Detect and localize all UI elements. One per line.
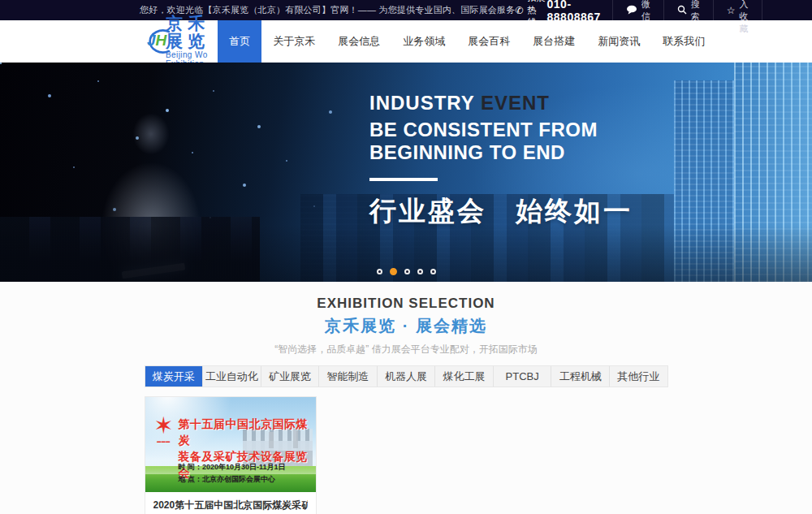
banner-heading-line2: BEGINNING TO END [369,141,633,164]
poster-venue: 地 点：北京亦创国际会展中心 [179,473,286,486]
carousel-dot-2-active[interactable] [390,268,397,275]
logo-monogram-j: J [147,32,156,49]
phone-icon: ✆ [515,5,523,16]
banner-kicker: INDUSTRY EVENT [369,92,633,114]
nav-item-wiki[interactable]: 展会百科 [456,20,521,63]
search-link[interactable]: 搜索 [663,0,713,20]
nav-item-home[interactable]: 首页 [218,20,261,63]
wechat-label: 微信 [641,0,650,23]
topbar-links: ✆ 招展热线： 010-88808867 微信 搜索 [515,0,762,20]
exhibition-poster-image: ✶ ▬▬▬ 第十五届中国北京国际煤炭 装备及采矿技术设备展览会 时 间：2020… [145,397,316,492]
carousel-dot-5[interactable] [430,269,436,274]
network-dots-decor [0,63,2,64]
hero-banner[interactable]: INDUSTRY EVENT BE CONSISTENT FROM BEGINN… [0,63,812,282]
main-nav: 首页 关于京禾 展会信息 业务领域 展会百科 展台搭建 新闻资讯 联系我们 [218,20,716,63]
nav-item-exhibition-info[interactable]: 展会信息 [326,20,391,63]
poster-meta: 时 间：2020年10月30日-11月1日 地 点：北京亦创国际会展中心 [179,461,286,486]
nav-item-booth[interactable]: 展台搭建 [521,20,586,63]
tab-mining-exhibition[interactable]: 矿业展览 [261,366,320,387]
card-body: 2020第十五届中国北京国际煤炭采矿技术设... 展出地点：北京亦创国际会展中心… [145,492,316,514]
organizer-star-icon: ✶ [151,413,177,438]
favorite-link[interactable]: ☆ 加入收藏 [713,0,762,20]
tab-ptcbj[interactable]: PTCBJ [494,366,552,387]
section-title-cn: 京禾展览 · 展会精选 [0,315,812,337]
exhibition-card[interactable]: ✶ ▬▬▬ 第十五届中国北京国际煤炭 装备及采矿技术设备展览会 时 间：2020… [145,396,317,514]
tab-coal-chemical[interactable]: 煤化工展 [435,366,494,387]
topbar: 您好，欢迎光临【京禾展览（北京）有限公司】官网！—— 为您提供专业国内、国际展会… [0,0,812,20]
carousel-dot-3[interactable] [404,269,410,274]
tab-coal-mining[interactable]: 煤炭开采 [145,366,204,387]
carousel-dots [0,269,812,275]
tab-smart-manufacturing[interactable]: 智能制造 [319,366,378,387]
organizer-logo-mark: ▬▬▬ [151,438,177,443]
card-title: 2020第十五届中国北京国际煤炭采矿技术设... [153,499,308,512]
banner-title-cn: 行业盛会 始终如一 [369,193,633,230]
nav-item-news[interactable]: 新闻资讯 [586,20,651,63]
exhibition-selection-section: EXHIBITION SELECTION 京禾展览 · 展会精选 “智尚选择，品… [0,282,812,514]
tab-other-industries[interactable]: 其他行业 [610,366,667,387]
banner-text: INDUSTRY EVENT BE CONSISTENT FROM BEGINN… [369,92,633,230]
logo-monogram-h: H [156,32,167,49]
banner-underline-decor [369,178,438,181]
wechat-icon [626,5,637,16]
poster-title-line1: 第十五届中国北京国际煤炭 [179,416,316,448]
poster-time: 时 间：2020年10月30日-11月1日 [179,461,286,473]
organizer-logo: ✶ ▬▬▬ [151,413,177,443]
logo-mark-icon: JH [140,27,160,56]
nav-item-business[interactable]: 业务领域 [391,20,456,63]
header: JH 京禾展览 Beijing Wo Exhibition 首页 关于京禾 展会… [0,20,812,63]
carousel-dot-4[interactable] [417,269,423,274]
logo[interactable]: JH 京禾展览 Beijing Wo Exhibition [140,20,218,63]
banner-kicker-main: INDUSTRY [369,92,481,114]
exhibition-cards: ✶ ▬▬▬ 第十五届中国北京国际煤炭 装备及采矿技术设备展览会 时 间：2020… [145,396,668,514]
section-tagline: “智尚选择，品质卓越” 借力展会平台专业配对，开拓国际市场 [0,343,812,356]
favorite-label: 加入收藏 [740,0,749,35]
wechat-link[interactable]: 微信 [612,0,663,20]
star-icon: ☆ [727,6,736,15]
carousel-dot-1[interactable] [377,269,382,274]
section-title-en: EXHIBITION SELECTION [0,296,812,312]
page: 您好，欢迎光临【京禾展览（北京）有限公司】官网！—— 为您提供专业国内、国际展会… [0,0,812,514]
tab-robot-show[interactable]: 机器人展 [378,366,436,387]
tab-industrial-automation[interactable]: 工业自动化 [203,366,261,387]
search-label: 搜索 [691,0,700,23]
nav-item-contact[interactable]: 联系我们 [651,20,716,63]
tab-construction-machinery[interactable]: 工程机械 [551,366,610,387]
nav-item-about[interactable]: 关于京禾 [261,20,326,63]
category-tabs: 煤炭开采 工业自动化 矿业展览 智能制造 机器人展 煤化工展 PTCBJ 工程机… [145,365,668,387]
banner-heading-line1: BE CONSISTENT FROM [369,119,633,141]
banner-kicker-accent: EVENT [481,92,550,114]
search-icon [677,5,687,16]
